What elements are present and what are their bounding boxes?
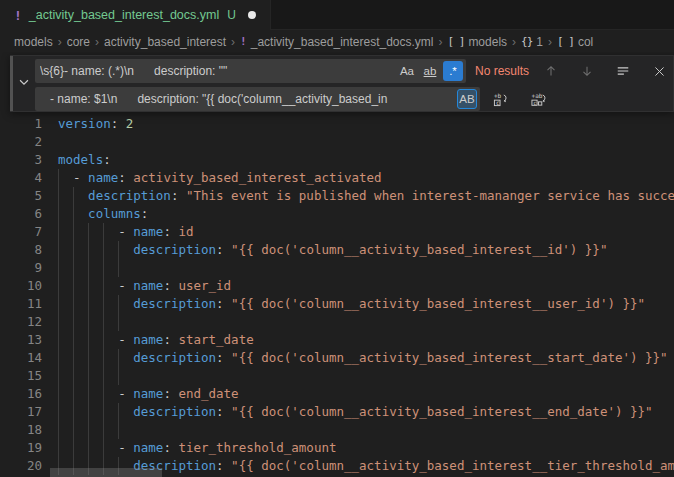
indent-guide — [103, 385, 104, 403]
code-line[interactable]: 18 — [0, 421, 674, 439]
code-line[interactable]: 9 — [0, 259, 674, 277]
breadcrumb-label: col — [578, 35, 593, 49]
indent-guide — [58, 331, 59, 349]
editor-pane[interactable]: 1version: 223models:4 - name: activity_b… — [0, 52, 674, 477]
breadcrumb-item[interactable]: models — [14, 35, 53, 49]
breadcrumb-item[interactable]: activity_based_interest — [104, 35, 226, 49]
line-content — [58, 133, 674, 151]
code-line[interactable]: 17 description: "{{ doc('column__activit… — [0, 403, 674, 421]
indent-guide — [103, 421, 104, 439]
indent-guide — [103, 259, 104, 277]
indent-guide — [88, 421, 89, 439]
match-case-toggle[interactable]: Aa — [397, 61, 417, 81]
code-line[interactable]: 4 - name: activity_based_interest_activa… — [0, 169, 674, 187]
regex-toggle[interactable]: .* — [443, 61, 463, 81]
indent-guide — [73, 385, 74, 403]
code-line[interactable]: 10 - name: user_id — [0, 277, 674, 295]
code-line[interactable]: 5 description: "This event is published … — [0, 187, 674, 205]
indent-guide — [88, 223, 89, 241]
breadcrumb-item[interactable]: core — [67, 35, 90, 49]
indent-guide — [103, 331, 104, 349]
line-content — [58, 313, 674, 331]
close-find-widget-button[interactable] — [649, 61, 669, 81]
replace-button[interactable]: +b c — [490, 89, 510, 109]
toggle-replace-button[interactable] — [13, 56, 35, 111]
indent-guide — [73, 313, 74, 331]
indent-guide — [88, 367, 89, 385]
next-match-button[interactable] — [577, 61, 597, 81]
breadcrumb-item[interactable]: [ ]col — [557, 35, 593, 49]
code-line[interactable]: 8 description: "{{ doc('column__activity… — [0, 241, 674, 259]
line-content: description: "{{ doc('column__activity_b… — [58, 349, 674, 367]
svg-text:c: c — [533, 99, 536, 105]
indent-guide — [103, 349, 104, 367]
breadcrumb-item[interactable]: {}1 — [521, 35, 543, 49]
close-icon — [653, 65, 666, 78]
line-content: - name: end_date — [58, 385, 674, 403]
indent-guide — [73, 223, 74, 241]
indent-guide — [58, 313, 59, 331]
replace-all-button[interactable]: +ab c — [528, 89, 548, 109]
code-line[interactable]: 15 — [0, 367, 674, 385]
indent-guide — [118, 259, 119, 277]
indent-guide — [58, 259, 59, 277]
indent-guide — [88, 403, 89, 421]
preserve-case-toggle[interactable]: AB — [457, 89, 477, 109]
unsaved-changes-dot-icon[interactable] — [248, 11, 256, 19]
indent-guide — [118, 349, 119, 367]
indent-guide — [58, 241, 59, 259]
line-content — [58, 259, 674, 277]
code-line[interactable]: 16 - name: end_date — [0, 385, 674, 403]
code-line[interactable]: 12 — [0, 313, 674, 331]
replace-icon: +b c — [493, 92, 508, 107]
indent-guide — [73, 295, 74, 313]
indent-guide — [103, 241, 104, 259]
whole-word-toggle[interactable]: ab — [420, 61, 440, 81]
indent-guide — [88, 439, 89, 457]
code-line[interactable]: 6 columns: — [0, 205, 674, 223]
horizontal-scrollbar[interactable] — [50, 468, 162, 477]
line-content — [58, 421, 674, 439]
code-line[interactable]: 11 description: "{{ doc('column__activit… — [0, 295, 674, 313]
code-line[interactable]: 19 - name: tier_threshold_amount — [0, 439, 674, 457]
indent-guide — [73, 187, 74, 205]
indent-guide — [88, 277, 89, 295]
code-line[interactable]: 7 - name: id — [0, 223, 674, 241]
replace-input-value: - name: $1\n description: "{{ doc('colum… — [40, 92, 457, 106]
breadcrumb-separator-icon: › — [548, 35, 552, 49]
indent-guide — [88, 295, 89, 313]
line-content: - name: id — [58, 223, 674, 241]
line-content: version: 2 — [58, 115, 674, 133]
indent-guide — [88, 259, 89, 277]
indent-guide — [73, 205, 74, 223]
breadcrumb-item[interactable]: [ ]models — [448, 35, 508, 49]
find-in-selection-button[interactable] — [613, 61, 633, 81]
indent-guide — [118, 313, 119, 331]
code-line[interactable]: 13 - name: start_date — [0, 331, 674, 349]
code-line[interactable]: 2 — [0, 133, 674, 151]
replace-input[interactable]: - name: $1\n description: "{{ doc('colum… — [35, 87, 480, 111]
indent-guide — [58, 277, 59, 295]
code-line[interactable]: 1version: 2 — [0, 115, 674, 133]
find-input[interactable]: \s{6}- name: (.*)\n description: "" Aaab… — [35, 59, 466, 83]
indent-guide — [103, 403, 104, 421]
code-line[interactable]: 3models: — [0, 151, 674, 169]
previous-match-button[interactable] — [541, 61, 561, 81]
code-line[interactable]: 14 description: "{{ doc('column__activit… — [0, 349, 674, 367]
indent-guide — [118, 403, 119, 421]
line-number: 3 — [0, 151, 42, 169]
breadcrumb-separator-icon: › — [512, 35, 516, 49]
line-number: 19 — [0, 439, 42, 457]
symbol-array-icon: [ ] — [448, 35, 465, 48]
breadcrumb-item[interactable]: !_activity_based_interest_docs.yml — [240, 35, 433, 49]
find-replace-widget: \s{6}- name: (.*)\n description: "" Aaab… — [10, 55, 674, 112]
line-number: 4 — [0, 169, 42, 187]
line-content: - name: tier_threshold_amount — [58, 439, 674, 457]
editor-tab[interactable]: ! _activity_based_interest_docs.yml U — [0, 0, 271, 30]
tab-filename: _activity_based_interest_docs.yml — [29, 8, 219, 22]
indent-guide — [58, 421, 59, 439]
line-number: 7 — [0, 223, 42, 241]
indent-guide — [58, 385, 59, 403]
indent-guide — [88, 313, 89, 331]
code-area[interactable]: 1version: 223models:4 - name: activity_b… — [0, 115, 674, 475]
